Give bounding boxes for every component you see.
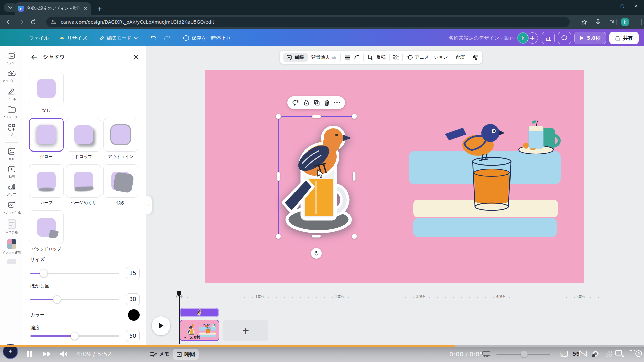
size-slider-thumb[interactable] bbox=[40, 269, 48, 277]
effect-drop[interactable]: ドロップ bbox=[66, 118, 101, 160]
save-status[interactable]: 保存を一時停止中 bbox=[183, 35, 230, 41]
shadow-color-swatch[interactable] bbox=[128, 309, 140, 321]
miniplayer-expand-icon[interactable] bbox=[615, 350, 625, 357]
selection-handle-left[interactable] bbox=[277, 172, 280, 181]
fullscreen-help-icon[interactable]: ? bbox=[629, 350, 642, 358]
remove-background-button[interactable]: 背景除去 bbox=[311, 54, 337, 60]
extensions-icon[interactable] bbox=[609, 19, 615, 25]
sidebar-item-apps[interactable]: アプリ bbox=[0, 124, 23, 137]
design-canvas[interactable] bbox=[205, 70, 584, 283]
redo-button[interactable] bbox=[163, 35, 171, 41]
effect-none[interactable]: なし bbox=[29, 72, 64, 113]
transparency-button[interactable] bbox=[393, 55, 399, 60]
selection-handle-se[interactable] bbox=[352, 234, 357, 239]
sidebar-item-projects[interactable]: プロジェクト bbox=[0, 106, 23, 119]
selection-bounding-box[interactable] bbox=[278, 116, 354, 236]
selection-handle-right[interactable] bbox=[353, 172, 356, 181]
position-button[interactable]: 配置 bbox=[456, 54, 465, 60]
mic-icon[interactable] bbox=[596, 19, 600, 25]
address-bar[interactable]: canva.com/design/DAGiXRt_oAk/yCeLbXmuoJm… bbox=[46, 17, 570, 27]
panel-close-icon[interactable] bbox=[133, 55, 139, 60]
document-title[interactable]: 名称未設定のデザイン - 動画 bbox=[448, 35, 515, 41]
share-button[interactable]: 共有 bbox=[609, 32, 639, 44]
window-maximize-icon[interactable]: ▢ bbox=[620, 3, 624, 8]
weight-button[interactable] bbox=[344, 55, 351, 60]
effect-backdrop[interactable]: バックドロップ bbox=[29, 210, 64, 252]
intensity-value-input[interactable]: 50 bbox=[126, 330, 140, 342]
zoom-slider-thumb[interactable] bbox=[521, 351, 528, 358]
browser-menu-icon[interactable] bbox=[641, 19, 642, 25]
size-value-input[interactable]: 15 bbox=[126, 267, 140, 279]
undo-button[interactable] bbox=[150, 35, 157, 41]
panel-back-icon[interactable] bbox=[31, 55, 37, 60]
sidebar-item-self-development[interactable]: 自己啓発 bbox=[0, 219, 23, 235]
back-button[interactable] bbox=[6, 19, 12, 25]
panel-collapse-button[interactable]: ‹ bbox=[146, 196, 152, 214]
window-minimize-icon[interactable]: — bbox=[606, 3, 610, 8]
tab-close-icon[interactable]: ✕ bbox=[83, 6, 88, 11]
selection-handle-nw[interactable] bbox=[276, 114, 281, 119]
juice-scene-graphic[interactable] bbox=[402, 119, 564, 240]
file-menu[interactable]: ファイル bbox=[29, 35, 49, 41]
pause-button[interactable] bbox=[27, 350, 32, 358]
flip-button[interactable]: 反転 bbox=[376, 54, 386, 60]
volume-icon[interactable] bbox=[60, 350, 68, 358]
insights-button[interactable] bbox=[542, 32, 555, 44]
sidebar-item-magic-generate[interactable]: マジック生成 bbox=[0, 201, 23, 215]
edit-image-button[interactable]: 編集 bbox=[283, 53, 308, 62]
comments-button[interactable] bbox=[558, 32, 571, 44]
lock-icon[interactable] bbox=[304, 100, 309, 106]
selection-handle-top[interactable] bbox=[312, 115, 321, 118]
edit-mode-menu[interactable]: 編集モード bbox=[99, 35, 138, 41]
comment-add-icon[interactable] bbox=[292, 100, 299, 106]
sidebar-item-uploads[interactable]: アップロード bbox=[0, 70, 23, 83]
settings-gear-icon[interactable] bbox=[592, 350, 600, 358]
forward-button[interactable] bbox=[18, 19, 24, 25]
sidebar-item-more[interactable] bbox=[0, 259, 23, 264]
effect-curve[interactable]: カーブ bbox=[29, 164, 64, 206]
effect-outline[interactable]: アウトライン bbox=[103, 118, 138, 160]
page-clip[interactable]: 5.0秒 bbox=[180, 320, 219, 341]
timeline-play-button[interactable] bbox=[152, 316, 170, 335]
intensity-slider[interactable] bbox=[30, 335, 119, 337]
sidebar-item-instagram[interactable]: インスタ運用 bbox=[0, 239, 23, 255]
selection-handle-ne[interactable] bbox=[352, 114, 357, 119]
tab-search-button[interactable] bbox=[4, 3, 17, 12]
preview-play-button[interactable]: 5.0秒 bbox=[574, 32, 606, 44]
zoom-slider[interactable] bbox=[496, 354, 550, 355]
notes-button[interactable]: メモ bbox=[150, 351, 170, 358]
pages-view-icon[interactable] bbox=[482, 351, 490, 357]
duration-tab[interactable]: 時間 bbox=[173, 349, 199, 360]
more-options-icon[interactable] bbox=[334, 102, 340, 103]
sidebar-item-charts[interactable]: グラフ bbox=[0, 183, 23, 197]
fast-forward-button[interactable] bbox=[42, 351, 52, 357]
curve-button[interactable] bbox=[354, 55, 360, 60]
effect-glow[interactable]: グロー bbox=[29, 118, 64, 160]
bookmark-star-icon[interactable] bbox=[581, 19, 587, 25]
blur-slider[interactable] bbox=[30, 299, 119, 300]
reload-button[interactable] bbox=[30, 19, 36, 25]
sidebar-item-tools[interactable]: ツール bbox=[0, 88, 23, 102]
resize-menu[interactable]: リサイズ bbox=[59, 35, 87, 41]
animate-button[interactable]: アニメーション bbox=[407, 54, 448, 60]
duplicate-icon[interactable] bbox=[314, 100, 320, 106]
effect-page-turn[interactable]: ページめくり bbox=[66, 164, 101, 206]
cast-icon[interactable] bbox=[559, 350, 568, 357]
selection-handle-bottom[interactable] bbox=[312, 235, 321, 238]
rotate-handle[interactable] bbox=[311, 248, 322, 259]
captions-off-icon[interactable] bbox=[579, 350, 587, 357]
sidebar-item-brand[interactable]: co ブランド bbox=[0, 52, 23, 65]
size-slider[interactable] bbox=[30, 273, 119, 274]
window-close-icon[interactable]: ✕ bbox=[634, 3, 638, 8]
sidebar-item-videos[interactable]: 動画 bbox=[0, 166, 23, 179]
video-progress-bar[interactable] bbox=[0, 345, 644, 347]
crop-button[interactable] bbox=[367, 55, 373, 60]
browser-tab[interactable]: ▶ 名称未設定のデザイン - 動画 - Ca ✕ bbox=[15, 2, 91, 15]
selection-handle-sw[interactable] bbox=[276, 234, 281, 239]
intensity-slider-thumb[interactable] bbox=[71, 332, 79, 340]
blur-slider-thumb[interactable] bbox=[53, 295, 61, 303]
browser-profile-avatar[interactable]: k bbox=[621, 18, 629, 26]
delete-icon[interactable] bbox=[324, 100, 329, 106]
blur-value-input[interactable]: 30 bbox=[126, 293, 140, 305]
element-track-clip[interactable] bbox=[180, 308, 219, 317]
